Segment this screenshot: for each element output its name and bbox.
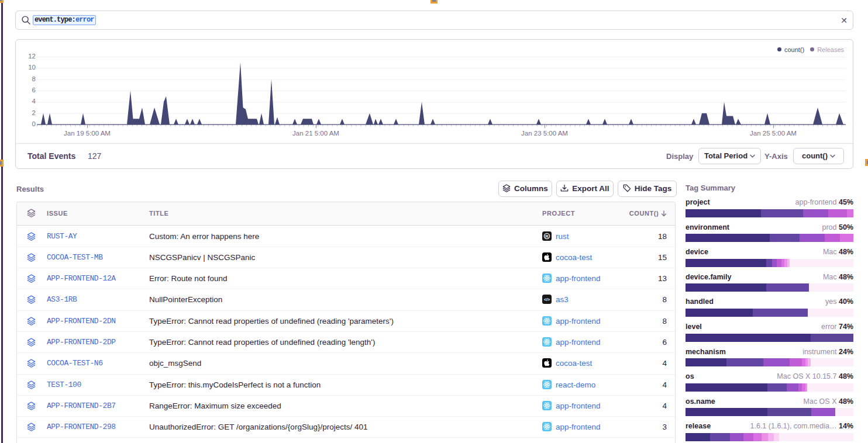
svg-text:</>: </> xyxy=(544,297,550,302)
svg-text:R: R xyxy=(545,233,549,238)
